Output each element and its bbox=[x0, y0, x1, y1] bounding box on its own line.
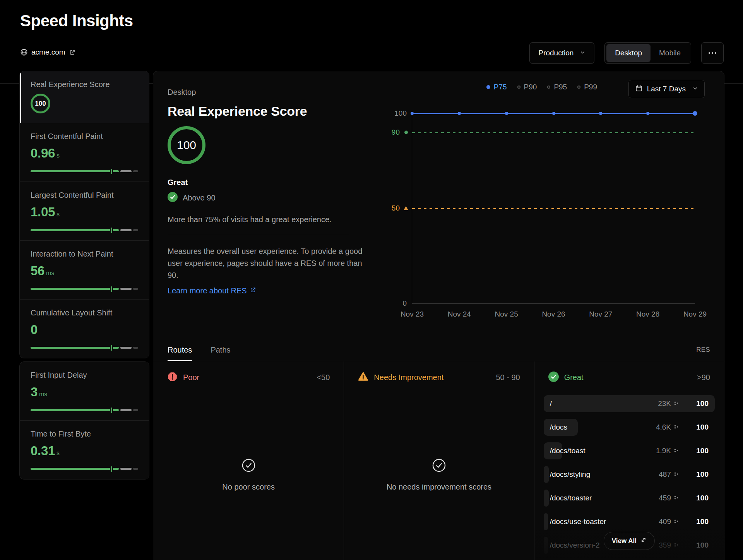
route-score: 100 bbox=[690, 399, 709, 408]
data-point bbox=[552, 112, 555, 115]
great-range: >90 bbox=[697, 373, 710, 382]
legend-ring-icon bbox=[547, 86, 550, 89]
legend-ring-icon bbox=[517, 86, 520, 89]
score-ring: 100 bbox=[31, 94, 50, 113]
metric-label: Time to First Byte bbox=[31, 429, 138, 438]
route-row[interactable]: /docs/toast 1.9K100 bbox=[544, 442, 715, 459]
route-row[interactable]: / 23K100 bbox=[544, 395, 715, 412]
score-columns: Poor <50 No poor scores Needs Improvemen… bbox=[153, 361, 724, 560]
check-circle-icon bbox=[168, 192, 178, 204]
view-all-button[interactable]: View All bbox=[604, 532, 655, 550]
site-link[interactable]: acme.com bbox=[20, 48, 75, 57]
metric-marker bbox=[111, 466, 112, 472]
metric-marker bbox=[111, 286, 112, 292]
legend-item-p95[interactable]: P95 bbox=[547, 83, 567, 91]
great-threshold-marker-icon bbox=[404, 131, 408, 134]
metric-card-first-contentful-paint[interactable]: First Contentful Paint 0.96s bbox=[20, 123, 149, 182]
res-score-ring: 100 bbox=[168, 126, 205, 164]
metric-card-time-to-first-byte[interactable]: Time to First Byte 0.31s bbox=[20, 420, 149, 479]
metric-value: 1.05s bbox=[31, 204, 138, 222]
data-point bbox=[646, 112, 649, 115]
metric-threshold-bar bbox=[31, 170, 138, 172]
x-tick: Nov 27 bbox=[589, 310, 612, 319]
score-value: 100 bbox=[35, 100, 46, 108]
poor-empty-state: No poor scores bbox=[153, 458, 344, 491]
legend-item-p90[interactable]: P90 bbox=[517, 83, 537, 91]
x-tick: Nov 23 bbox=[401, 310, 424, 319]
reference-line-90 bbox=[412, 132, 695, 133]
threshold-row: Above 90 bbox=[168, 192, 216, 204]
route-visitors: 23K bbox=[658, 399, 671, 408]
tab-routes[interactable]: Routes bbox=[168, 339, 192, 361]
description-text: Measures the overall user experience. To… bbox=[168, 245, 363, 281]
metric-label: Interaction to Next Paint bbox=[31, 249, 138, 259]
route-visitors: 459 bbox=[659, 494, 671, 502]
learn-more-link[interactable]: Learn more about RES bbox=[168, 286, 256, 295]
metric-card-real-experience-score[interactable]: Real Experience Score 100 bbox=[20, 71, 149, 123]
route-path: /docs bbox=[550, 423, 567, 432]
date-range-value: Last 7 Days bbox=[647, 85, 686, 93]
tab-paths[interactable]: Paths bbox=[211, 339, 230, 361]
y-tick-50: 50 bbox=[392, 204, 400, 212]
great-column: Great >90 / 23K100 /docs 4.6K100 bbox=[534, 361, 724, 560]
metric-marker bbox=[111, 408, 112, 413]
warning-triangle-icon bbox=[358, 372, 368, 384]
visitors-icon bbox=[674, 517, 679, 526]
route-visitors: 487 bbox=[659, 470, 671, 479]
route-row[interactable]: /docs/use-toaster 409100 bbox=[544, 513, 715, 530]
route-row[interactable]: /docs 4.6K100 bbox=[544, 419, 715, 436]
route-row[interactable]: /docs/toaster 459100 bbox=[544, 490, 715, 507]
percentile-legend: P75 P90 P95 P99 bbox=[486, 83, 597, 91]
metric-group-primary: Real Experience Score 100 First Contentf… bbox=[19, 71, 149, 358]
x-tick: Nov 29 bbox=[683, 310, 707, 319]
expand-diagonal-icon bbox=[640, 537, 647, 545]
metric-unit: ms bbox=[46, 270, 54, 276]
environment-select[interactable]: Production bbox=[529, 42, 594, 64]
route-row[interactable]: /docs/styling 487100 bbox=[544, 466, 715, 483]
great-header: Great >90 bbox=[534, 361, 724, 384]
y-tick-90: 90 bbox=[392, 128, 400, 137]
metric-unit: s bbox=[56, 152, 60, 159]
site-name: acme.com bbox=[31, 48, 65, 57]
legend-item-p99[interactable]: P99 bbox=[577, 83, 597, 91]
metric-card-largest-contentful-paint[interactable]: Largest Contentful Paint 1.05s bbox=[20, 182, 149, 240]
device-label: Desktop bbox=[168, 88, 196, 97]
device-tab-desktop[interactable]: Desktop bbox=[606, 44, 651, 62]
device-toggle: Desktop Mobile bbox=[604, 42, 691, 64]
res-score-value: 100 bbox=[177, 139, 196, 152]
data-point bbox=[411, 112, 414, 115]
selected-indicator bbox=[20, 71, 21, 123]
main-panel: Desktop Real Experience Score 100 Great … bbox=[153, 71, 724, 560]
metric-unit: s bbox=[56, 211, 60, 217]
metric-unit: ms bbox=[39, 391, 47, 397]
divider bbox=[168, 235, 349, 235]
reference-line-50 bbox=[412, 208, 695, 209]
summary-text: More than 75% of visits had a great expe… bbox=[168, 215, 332, 224]
panel-title: Real Experience Score bbox=[168, 104, 307, 119]
more-menu-button[interactable] bbox=[701, 42, 724, 64]
metric-label: Real Experience Score bbox=[31, 80, 138, 89]
page-title: Speed Insights bbox=[20, 12, 133, 30]
check-circle-outline-icon bbox=[432, 467, 446, 474]
metric-value: 56ms bbox=[31, 263, 138, 281]
poor-octagon-icon bbox=[167, 372, 178, 384]
needs-improvement-label: Needs Improvement bbox=[374, 373, 443, 382]
metric-card-first-input-delay[interactable]: First Input Delay 3ms bbox=[20, 362, 149, 420]
data-point bbox=[599, 112, 602, 115]
chevron-down-icon bbox=[580, 49, 585, 57]
metric-label: Largest Contentful Paint bbox=[31, 190, 138, 200]
metric-value: 0.31s bbox=[31, 443, 138, 461]
device-tab-mobile[interactable]: Mobile bbox=[651, 44, 689, 62]
route-score: 100 bbox=[690, 470, 709, 479]
route-visitors: 1.9K bbox=[656, 447, 671, 455]
x-axis bbox=[412, 303, 695, 304]
date-range-select[interactable]: Last 7 Days bbox=[628, 80, 705, 98]
metric-card-cumulative-layout-shift[interactable]: Cumulative Layout Shift 0 bbox=[20, 299, 149, 358]
metric-card-interaction-to-next-paint[interactable]: Interaction to Next Paint 56ms bbox=[20, 240, 149, 299]
route-path: /docs/toaster bbox=[550, 494, 592, 502]
visitors-icon bbox=[674, 399, 679, 408]
check-circle-icon bbox=[548, 372, 559, 384]
metric-threshold-bar bbox=[31, 229, 138, 231]
legend-item-p75[interactable]: P75 bbox=[486, 83, 507, 91]
metric-value: 0.96s bbox=[31, 146, 138, 163]
